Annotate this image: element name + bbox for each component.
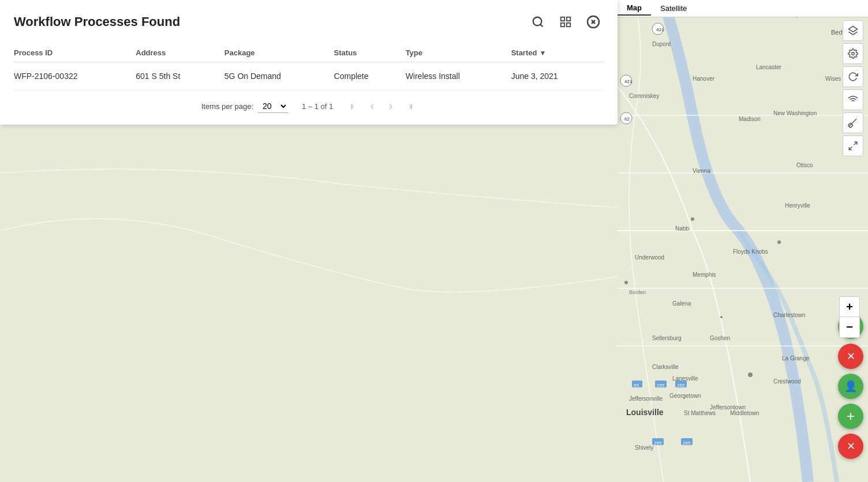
map-tab-bar: Map Satellite — [618, 0, 868, 17]
started-label: Started — [511, 48, 537, 57]
add-button[interactable]: + — [838, 404, 863, 429]
col-started[interactable]: Started ▼ — [511, 44, 604, 62]
svg-text:Dupont: Dupont — [652, 41, 671, 47]
svg-text:Goshen: Goshen — [710, 335, 730, 341]
sort-arrow-icon: ▼ — [539, 49, 546, 57]
svg-text:New Washington: New Washington — [773, 110, 817, 116]
svg-rect-70 — [561, 23, 564, 27]
close-panel-button[interactable] — [583, 12, 604, 32]
svg-text:Middletown: Middletown — [730, 410, 760, 416]
cell-started: June 3, 2021 — [511, 62, 604, 91]
page-info: 1 – 1 of 1 — [302, 102, 333, 111]
svg-text:Commiskey: Commiskey — [629, 93, 659, 99]
first-page-button[interactable] — [347, 101, 361, 112]
svg-text:62: 62 — [624, 116, 630, 122]
svg-text:Charlestown: Charlestown — [773, 312, 806, 318]
svg-rect-68 — [561, 17, 564, 21]
pagination: Items per page: 10 20 50 100 1 – 1 of 1 — [14, 100, 604, 113]
svg-text:Jeffersonville: Jeffersonville — [629, 396, 663, 402]
svg-point-10 — [777, 240, 781, 244]
satellite-tab[interactable]: Satellite — [651, 2, 696, 15]
svg-text:Clarksville: Clarksville — [652, 364, 679, 370]
svg-line-67 — [540, 24, 542, 27]
person-button[interactable]: 👤 — [838, 374, 863, 399]
remove-button[interactable]: ✕ — [838, 344, 863, 369]
svg-text:421: 421 — [656, 27, 664, 32]
prev-page-button[interactable] — [365, 101, 379, 112]
zoom-out-button[interactable]: − — [839, 317, 860, 338]
svg-point-61 — [852, 52, 855, 55]
svg-text:Borden: Borden — [629, 289, 646, 295]
last-page-button[interactable] — [402, 101, 416, 112]
svg-text:Otisco: Otisco — [796, 162, 813, 168]
panel-title: Workflow Processes Found — [14, 14, 180, 29]
svg-line-65 — [849, 147, 852, 150]
svg-text:265: 265 — [657, 383, 665, 388]
svg-rect-69 — [567, 17, 570, 21]
ruler-button[interactable] — [843, 112, 863, 133]
table-body: WFP-2106-00322601 S 5th St5G On DemandCo… — [14, 62, 604, 91]
items-per-page-select[interactable]: 10 20 50 100 — [258, 100, 288, 113]
svg-text:Louisville: Louisville — [626, 408, 664, 417]
svg-text:Memphis: Memphis — [693, 272, 716, 278]
panel-actions — [527, 12, 604, 32]
svg-text:65: 65 — [634, 383, 639, 388]
next-page-button[interactable] — [384, 101, 398, 112]
svg-point-66 — [533, 17, 542, 26]
svg-text:Floyds Knobs: Floyds Knobs — [733, 248, 768, 255]
zoom-in-button[interactable]: + — [839, 296, 860, 317]
col-process-id: Process ID — [14, 44, 136, 62]
svg-text:Nabb: Nabb — [675, 225, 689, 232]
expand-button[interactable] — [843, 135, 863, 156]
svg-text:Georgetown: Georgetown — [669, 393, 701, 399]
refresh-button[interactable] — [843, 66, 863, 87]
svg-text:Lanesville: Lanesville — [672, 375, 698, 382]
svg-point-6 — [624, 281, 628, 284]
svg-text:265: 265 — [683, 440, 691, 446]
svg-text:Hanover: Hanover — [693, 76, 714, 82]
svg-text:Galena: Galena — [672, 300, 691, 307]
workflow-table: Process ID Address Package Status Type S… — [14, 44, 604, 91]
svg-marker-60 — [849, 27, 858, 32]
items-per-page-wrap: Items per page: 10 20 50 100 — [201, 100, 288, 113]
cell-process_id: WFP-2106-00322 — [14, 62, 136, 91]
col-type: Type — [406, 44, 511, 62]
col-address: Address — [136, 44, 225, 62]
svg-text:265: 265 — [677, 383, 685, 388]
svg-text:Henryville: Henryville — [785, 202, 810, 209]
cell-type: Wireless Install — [406, 62, 511, 91]
svg-text:421: 421 — [624, 79, 633, 84]
svg-text:Crestwood: Crestwood — [773, 378, 801, 385]
workflow-panel: Workflow Processes Found — [0, 0, 618, 125]
signal-button[interactable] — [843, 89, 863, 110]
svg-text:Sellersburg: Sellersburg — [652, 335, 682, 341]
col-package: Package — [225, 44, 334, 62]
layers-button[interactable] — [843, 20, 863, 41]
svg-rect-71 — [567, 23, 570, 27]
map-controls — [843, 20, 863, 156]
svg-line-64 — [854, 142, 857, 145]
svg-text:St Matthews: St Matthews — [684, 410, 716, 416]
cell-status: Complete — [334, 62, 406, 91]
search-button[interactable] — [527, 12, 548, 32]
svg-text:Lancaster: Lancaster — [756, 64, 782, 70]
table-row[interactable]: WFP-2106-00322601 S 5th St5G On DemandCo… — [14, 62, 604, 91]
svg-text:Vienna: Vienna — [693, 168, 710, 174]
svg-point-8 — [748, 372, 753, 377]
cell-package: 5G On Demand — [225, 62, 334, 91]
svg-text:265: 265 — [654, 440, 662, 446]
settings-button[interactable] — [843, 43, 863, 64]
grid-view-button[interactable] — [555, 12, 576, 32]
svg-text:Underwood: Underwood — [635, 254, 664, 261]
table-header: Process ID Address Package Status Type S… — [14, 44, 604, 62]
svg-text:Shively: Shively — [635, 445, 653, 451]
svg-point-9 — [720, 316, 723, 318]
items-per-page-label: Items per page: — [201, 102, 253, 111]
svg-text:La Grange: La Grange — [782, 355, 810, 362]
panel-header: Workflow Processes Found — [14, 12, 604, 32]
svg-text:Madison: Madison — [739, 116, 761, 122]
map-tab[interactable]: Map — [618, 1, 651, 16]
svg-point-7 — [691, 217, 694, 221]
close-button-green[interactable]: ✕ — [838, 434, 863, 459]
col-status: Status — [334, 44, 406, 62]
